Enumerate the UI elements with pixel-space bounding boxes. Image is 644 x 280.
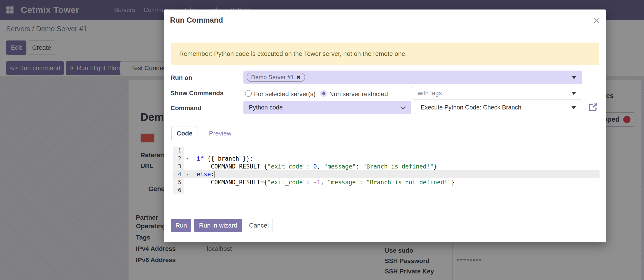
- code-text: COMMAND_RESULT={"exit_code": 0, "message…: [190, 163, 600, 170]
- indent-guide: [211, 180, 211, 185]
- tab-preview[interactable]: Preview: [204, 126, 236, 141]
- code-text: COMMAND_RESULT={"exit_code": -1, "messag…: [190, 179, 600, 186]
- code-text: else:: [190, 171, 600, 178]
- run-command-modal: Run Command ✕ Remember: Python code is e…: [164, 10, 606, 242]
- editor-line-2[interactable]: 2▾if {{ branch }}:: [173, 155, 600, 162]
- command-label: Command: [170, 104, 202, 112]
- fold-gutter: [184, 147, 190, 155]
- run-button[interactable]: Run: [171, 219, 191, 232]
- line-number: 1: [173, 147, 184, 155]
- fold-gutter: [184, 186, 190, 194]
- command-select[interactable]: Execute Python Code: Check Branch: [415, 101, 582, 114]
- run-on-select[interactable]: Demo Server #1 ✖: [244, 71, 582, 84]
- run-on-label: Run on: [170, 74, 192, 81]
- line-number: 6: [173, 186, 184, 194]
- fold-gutter: [184, 162, 190, 170]
- fold-gutter: [184, 178, 190, 186]
- line-number: 4: [173, 170, 184, 178]
- tag-remove-icon[interactable]: ✖: [296, 75, 300, 80]
- code-text: if {{ branch }}:: [190, 155, 600, 162]
- line-number: 5: [173, 178, 184, 186]
- command-type-select[interactable]: Python code: [244, 101, 411, 114]
- editor-line-4[interactable]: 4▾else:: [173, 170, 600, 178]
- cancel-button[interactable]: Cancel: [245, 219, 273, 232]
- show-commands-label: Show Commands: [170, 90, 224, 97]
- modal-title: Run Command: [170, 16, 223, 25]
- chevron-down-icon[interactable]: [572, 76, 576, 79]
- fold-arrow-icon[interactable]: ▾: [184, 170, 190, 178]
- server-tag[interactable]: Demo Server #1 ✖: [246, 73, 305, 82]
- chevron-down-icon[interactable]: [400, 104, 406, 109]
- line-number: 3: [173, 162, 184, 170]
- editor-line-6[interactable]: 6: [173, 186, 600, 194]
- text-cursor: [214, 171, 215, 178]
- radio-label[interactable]: For selected server(s): [254, 90, 316, 98]
- python-warning-banner: Remember: Python code is executed on the…: [171, 43, 599, 65]
- close-icon[interactable]: ✕: [590, 15, 603, 27]
- indent-guide: [211, 164, 211, 169]
- chevron-down-icon[interactable]: [572, 92, 576, 95]
- fold-arrow-icon[interactable]: ▾: [184, 155, 190, 162]
- radio-label[interactable]: Non server restricted: [329, 90, 388, 98]
- code-editor[interactable]: 12▾if {{ branch }}:3 COMMAND_RESULT={"ex…: [173, 147, 600, 194]
- editor-line-3[interactable]: 3 COMMAND_RESULT={"exit_code": 0, "messa…: [173, 162, 600, 170]
- editor-line-1[interactable]: 1: [173, 147, 600, 155]
- tags-filter-select[interactable]: with tags: [412, 87, 582, 100]
- run-in-wizard-button[interactable]: Run in wizard: [194, 219, 242, 232]
- chevron-down-icon[interactable]: [572, 106, 576, 109]
- page: Cetmix Tower ServersCommandsFilesToolsSe…: [0, 0, 644, 280]
- radio-unselected[interactable]: [245, 90, 252, 97]
- editor-line-5[interactable]: 5 COMMAND_RESULT={"exit_code": -1, "mess…: [173, 178, 600, 186]
- line-number: 2: [173, 155, 184, 162]
- radio-selected[interactable]: [320, 90, 327, 97]
- external-link-icon[interactable]: [588, 102, 598, 112]
- tab-code[interactable]: Code: [172, 126, 198, 141]
